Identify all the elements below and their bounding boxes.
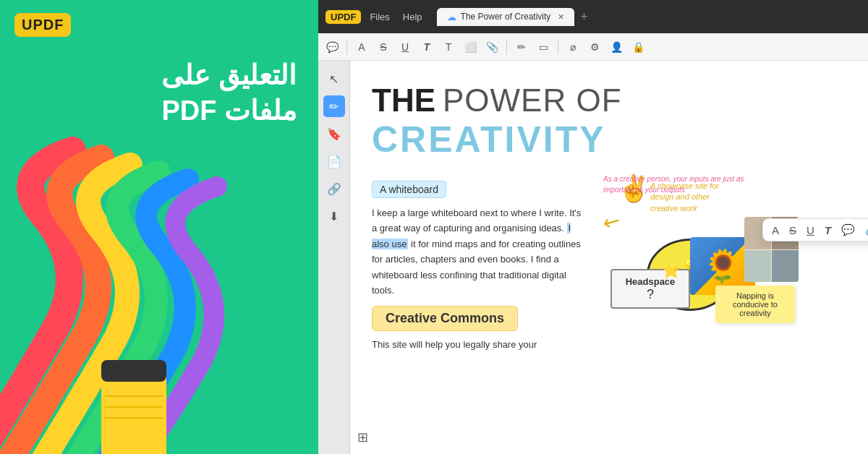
top-bar: UPDF Files Help ☁ The Power of Creativit…	[318, 0, 868, 33]
creative-note-area: As a creative person, your inputs are ju…	[603, 174, 755, 195]
toolbar: 💬 A S U T T ⬜ 📎 ✏ ▭ ⌀ ⚙ 👤 🔒	[318, 33, 868, 61]
creative-commons-tag: Creative Commons	[372, 306, 518, 331]
eraser-tool[interactable]: ⌀	[563, 38, 582, 56]
two-col-layout: A whiteboard I keep a large whiteboard n…	[372, 168, 846, 352]
sidebar-export[interactable]: ⬇	[323, 205, 345, 227]
shape-tool[interactable]: ▭	[534, 38, 553, 56]
comment-tool[interactable]: 💬	[323, 38, 341, 56]
arrow-decoration: ↙	[603, 207, 625, 236]
sidebar: ↖ ✏ 🔖 📄 🔗 ⬇	[318, 61, 350, 454]
help-nav[interactable]: Help	[403, 12, 422, 22]
highlight-tool[interactable]: A	[352, 38, 371, 56]
layers-icon[interactable]: ⊞	[357, 429, 368, 445]
sidebar-link[interactable]: 🔗	[323, 178, 345, 200]
toolbar-sep-1	[346, 40, 347, 54]
top-nav: Files Help	[370, 12, 422, 22]
sidebar-pen[interactable]: ✏	[323, 95, 345, 117]
napping-note: Napping is conducive to creativity	[715, 286, 795, 323]
add-tab-button[interactable]: +	[574, 9, 594, 25]
pen-tool[interactable]: ✏	[512, 38, 531, 56]
sidebar-page[interactable]: 📄	[323, 150, 345, 172]
arabic-title: التعليق على ملفات PDF	[161, 58, 297, 129]
popup-underline[interactable]: U	[807, 224, 814, 236]
toolbar-sep-2	[506, 40, 507, 54]
left-panel: UPDF التعليق على ملفات PDF	[0, 0, 318, 454]
deco-panel: ✌ A showcase site for design and other c…	[603, 168, 799, 352]
sidebar-bookmark[interactable]: 🔖	[323, 123, 345, 145]
strikethrough-tool[interactable]: S	[374, 38, 393, 56]
attach-tool[interactable]: 📎	[482, 38, 501, 56]
content-area: ↖ ✏ 🔖 📄 🔗 ⬇ THE POWER OF CREATIVITY	[318, 61, 868, 454]
close-tab-icon[interactable]: ✕	[558, 12, 564, 22]
active-tab[interactable]: ☁ The Power of Creativity ✕	[437, 8, 575, 26]
popup-comment[interactable]: 💬	[841, 223, 855, 236]
collage-row-2	[744, 250, 799, 283]
popup-link[interactable]: 🔗	[865, 223, 868, 236]
creative-person-note: As a creative person, your inputs are ju…	[603, 174, 755, 195]
title-the: THE	[372, 82, 435, 119]
doc-title-area: THE POWER OF CREATIVITY	[372, 82, 846, 160]
pdf-page: THE POWER OF CREATIVITY A S U T 💬 🔗 ⬜ ▲	[350, 61, 868, 454]
svg-rect-1	[101, 360, 166, 382]
popup-strikethrough[interactable]: S	[789, 224, 796, 236]
color-wheel[interactable]: ⚙	[585, 38, 604, 56]
whiteboard-tag: A whiteboard	[372, 181, 446, 198]
photo-cell-4	[772, 250, 799, 283]
cloud-icon: ☁	[447, 12, 456, 22]
text-selection-popup: A S U T 💬 🔗 ⬜	[762, 218, 868, 241]
popup-highlight[interactable]: A	[772, 224, 779, 236]
sunflower-emoji: 🌻	[703, 247, 743, 285]
text-column: A whiteboard I keep a large whiteboard n…	[372, 168, 589, 352]
title-row-2: CREATIVITY	[372, 119, 846, 160]
files-nav[interactable]: Files	[370, 12, 389, 22]
title-row-1: THE POWER OF	[372, 82, 846, 119]
underline-tool[interactable]: U	[396, 38, 414, 56]
stamp-tool[interactable]: ⬜	[461, 38, 480, 56]
star-decoration: ⭐	[661, 261, 681, 280]
headspace-question: ?	[647, 287, 654, 302]
right-panel: UPDF Files Help ☁ The Power of Creativit…	[318, 0, 868, 454]
text-tool[interactable]: T	[417, 38, 436, 56]
updf-logo[interactable]: UPDF	[14, 13, 71, 37]
app-logo: UPDF	[326, 10, 361, 24]
tab-title: The Power of Creativity	[461, 12, 551, 22]
body-text-1: I keep a large whiteboard next to where …	[372, 205, 582, 299]
title-creativity: CREATIVITY	[372, 119, 606, 160]
tab-bar: ☁ The Power of Creativity ✕ +	[437, 8, 861, 26]
toolbar-sep-3	[558, 40, 558, 54]
person-icon[interactable]: 👤	[607, 38, 626, 56]
sidebar-cursor[interactable]: ↖	[323, 68, 345, 90]
lock-icon[interactable]: 🔒	[629, 38, 647, 56]
marker-illustration	[0, 121, 289, 454]
title-power-of: POWER OF	[443, 82, 622, 119]
highlight-span: I also use	[372, 223, 571, 249]
popup-text[interactable]: T	[825, 224, 831, 236]
photo-cell-3	[744, 250, 771, 283]
typewriter-tool[interactable]: T	[439, 38, 458, 56]
body-text-2: This site will help you legally share yo…	[372, 337, 582, 352]
